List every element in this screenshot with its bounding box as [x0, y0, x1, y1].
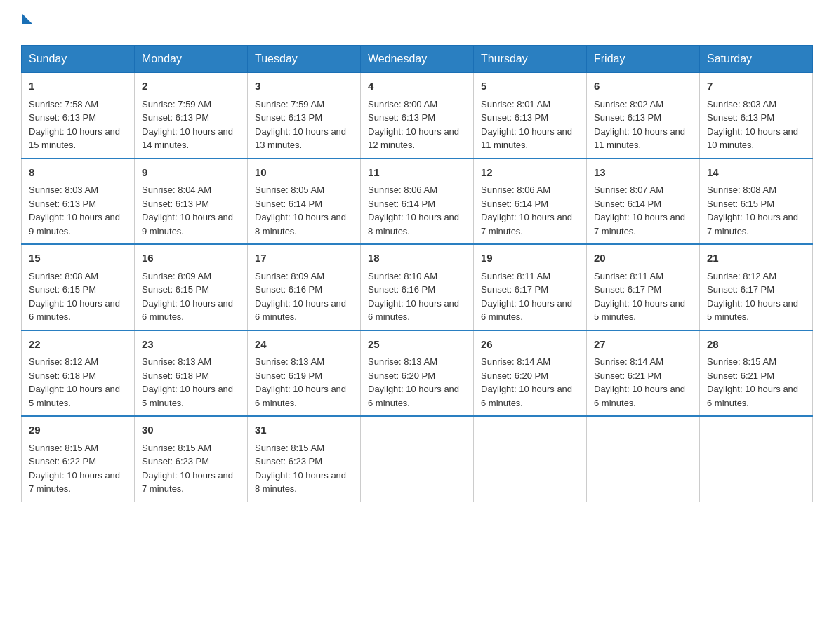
sunrise-label: Sunrise: 8:05 AM	[255, 185, 324, 195]
sunset-label: Sunset: 6:16 PM	[368, 284, 435, 295]
day-number: 13	[594, 165, 692, 181]
daylight-label: Daylight: 10 hours and 6 minutes.	[368, 384, 459, 408]
sunset-label: Sunset: 6:14 PM	[255, 199, 322, 209]
day-number: 22	[29, 337, 127, 353]
daylight-label: Daylight: 10 hours and 6 minutes.	[481, 298, 572, 323]
daylight-label: Daylight: 10 hours and 7 minutes.	[29, 470, 120, 495]
daylight-label: Daylight: 10 hours and 5 minutes.	[142, 384, 233, 408]
day-number: 25	[368, 337, 466, 353]
sunrise-label: Sunrise: 8:06 AM	[368, 185, 437, 195]
sunrise-label: Sunrise: 8:13 AM	[255, 356, 324, 367]
sunset-label: Sunset: 6:14 PM	[481, 199, 548, 209]
calendar-cell: 20Sunrise: 8:11 AMSunset: 6:17 PMDayligh…	[587, 244, 700, 330]
calendar-cell: 3Sunrise: 7:59 AMSunset: 6:13 PMDaylight…	[248, 73, 361, 159]
daylight-label: Daylight: 10 hours and 6 minutes.	[707, 384, 798, 408]
sunrise-label: Sunrise: 8:07 AM	[594, 185, 663, 195]
calendar-cell: 25Sunrise: 8:13 AMSunset: 6:20 PMDayligh…	[361, 330, 474, 417]
sunset-label: Sunset: 6:17 PM	[481, 284, 548, 295]
sunrise-label: Sunrise: 7:59 AM	[255, 99, 324, 109]
daylight-label: Daylight: 10 hours and 11 minutes.	[594, 126, 685, 151]
day-number: 30	[142, 422, 240, 438]
day-number: 20	[594, 250, 692, 267]
sunset-label: Sunset: 6:13 PM	[29, 112, 96, 123]
sunset-label: Sunset: 6:18 PM	[29, 370, 96, 381]
sunset-label: Sunset: 6:23 PM	[142, 456, 209, 467]
day-header-thursday: Thursday	[474, 46, 587, 73]
calendar-cell: 14Sunrise: 8:08 AMSunset: 6:15 PMDayligh…	[700, 159, 813, 245]
calendar-cell: 13Sunrise: 8:07 AMSunset: 6:14 PMDayligh…	[587, 159, 700, 245]
sunrise-label: Sunrise: 7:59 AM	[142, 99, 211, 109]
sunrise-label: Sunrise: 8:14 AM	[594, 356, 663, 367]
sunrise-label: Sunrise: 8:08 AM	[707, 185, 776, 195]
sunrise-label: Sunrise: 8:15 AM	[142, 443, 211, 453]
sunrise-label: Sunrise: 8:15 AM	[255, 443, 324, 453]
daylight-label: Daylight: 10 hours and 7 minutes.	[594, 212, 685, 236]
sunset-label: Sunset: 6:20 PM	[368, 370, 435, 381]
day-number: 23	[142, 337, 240, 353]
calendar-cell: 17Sunrise: 8:09 AMSunset: 6:16 PMDayligh…	[248, 244, 361, 330]
day-number: 10	[255, 165, 353, 181]
calendar-cell: 7Sunrise: 8:03 AMSunset: 6:13 PMDaylight…	[700, 73, 813, 159]
calendar-cell: 8Sunrise: 8:03 AMSunset: 6:13 PMDaylight…	[22, 159, 135, 245]
daylight-label: Daylight: 10 hours and 7 minutes.	[481, 212, 572, 236]
calendar-cell: 31Sunrise: 8:15 AMSunset: 6:23 PMDayligh…	[248, 416, 361, 502]
day-header-row: SundayMondayTuesdayWednesdayThursdayFrid…	[22, 46, 813, 73]
sunrise-label: Sunrise: 7:58 AM	[29, 99, 98, 109]
calendar-cell: 4Sunrise: 8:00 AMSunset: 6:13 PMDaylight…	[361, 73, 474, 159]
daylight-label: Daylight: 10 hours and 6 minutes.	[368, 298, 459, 323]
sunrise-label: Sunrise: 8:13 AM	[142, 356, 211, 367]
calendar-cell: 27Sunrise: 8:14 AMSunset: 6:21 PMDayligh…	[587, 330, 700, 417]
day-number: 16	[142, 250, 240, 267]
day-number: 18	[368, 250, 466, 267]
sunrise-label: Sunrise: 8:14 AM	[481, 356, 550, 367]
sunset-label: Sunset: 6:13 PM	[142, 199, 209, 209]
sunrise-label: Sunrise: 8:12 AM	[707, 271, 776, 281]
calendar-cell: 11Sunrise: 8:06 AMSunset: 6:14 PMDayligh…	[361, 159, 474, 245]
day-number: 12	[481, 165, 579, 181]
day-number: 19	[481, 250, 579, 267]
day-header-saturday: Saturday	[700, 46, 813, 73]
daylight-label: Daylight: 10 hours and 9 minutes.	[29, 212, 120, 236]
daylight-label: Daylight: 10 hours and 6 minutes.	[481, 384, 572, 408]
calendar-cell: 26Sunrise: 8:14 AMSunset: 6:20 PMDayligh…	[474, 330, 587, 417]
sunrise-label: Sunrise: 8:15 AM	[29, 443, 98, 453]
sunrise-label: Sunrise: 8:08 AM	[29, 271, 98, 281]
calendar-cell: 5Sunrise: 8:01 AMSunset: 6:13 PMDaylight…	[474, 73, 587, 159]
day-number: 11	[368, 165, 466, 181]
calendar-cell: 23Sunrise: 8:13 AMSunset: 6:18 PMDayligh…	[135, 330, 248, 417]
day-number: 15	[29, 250, 127, 267]
daylight-label: Daylight: 10 hours and 8 minutes.	[255, 470, 346, 495]
sunrise-label: Sunrise: 8:02 AM	[594, 99, 663, 109]
calendar-cell: 29Sunrise: 8:15 AMSunset: 6:22 PMDayligh…	[22, 416, 135, 502]
sunset-label: Sunset: 6:13 PM	[594, 112, 661, 123]
logo-triangle-icon	[22, 14, 32, 24]
calendar-table: SundayMondayTuesdayWednesdayThursdayFrid…	[21, 45, 813, 502]
day-number: 2	[142, 79, 240, 95]
day-number: 24	[255, 337, 353, 353]
daylight-label: Daylight: 10 hours and 5 minutes.	[707, 298, 798, 323]
calendar-cell: 18Sunrise: 8:10 AMSunset: 6:16 PMDayligh…	[361, 244, 474, 330]
week-row-4: 22Sunrise: 8:12 AMSunset: 6:18 PMDayligh…	[22, 330, 813, 417]
day-number: 29	[29, 422, 127, 438]
sunrise-label: Sunrise: 8:06 AM	[481, 185, 550, 195]
sunrise-label: Sunrise: 8:09 AM	[255, 271, 324, 281]
sunset-label: Sunset: 6:13 PM	[481, 112, 548, 123]
daylight-label: Daylight: 10 hours and 8 minutes.	[368, 212, 459, 236]
day-number: 8	[29, 165, 127, 181]
sunrise-label: Sunrise: 8:11 AM	[594, 271, 663, 281]
sunset-label: Sunset: 6:14 PM	[594, 199, 661, 209]
sunset-label: Sunset: 6:15 PM	[707, 199, 774, 209]
sunset-label: Sunset: 6:13 PM	[368, 112, 435, 123]
day-number: 1	[29, 79, 127, 95]
calendar-cell: 30Sunrise: 8:15 AMSunset: 6:23 PMDayligh…	[135, 416, 248, 502]
daylight-label: Daylight: 10 hours and 7 minutes.	[707, 212, 798, 236]
daylight-label: Daylight: 10 hours and 8 minutes.	[255, 212, 346, 236]
sunset-label: Sunset: 6:15 PM	[142, 284, 209, 295]
sunset-label: Sunset: 6:16 PM	[255, 284, 322, 295]
sunrise-label: Sunrise: 8:12 AM	[29, 356, 98, 367]
calendar-cell: 9Sunrise: 8:04 AMSunset: 6:13 PMDaylight…	[135, 159, 248, 245]
daylight-label: Daylight: 10 hours and 9 minutes.	[142, 212, 233, 236]
sunrise-label: Sunrise: 8:10 AM	[368, 271, 437, 281]
daylight-label: Daylight: 10 hours and 5 minutes.	[594, 298, 685, 323]
sunset-label: Sunset: 6:15 PM	[29, 284, 96, 295]
